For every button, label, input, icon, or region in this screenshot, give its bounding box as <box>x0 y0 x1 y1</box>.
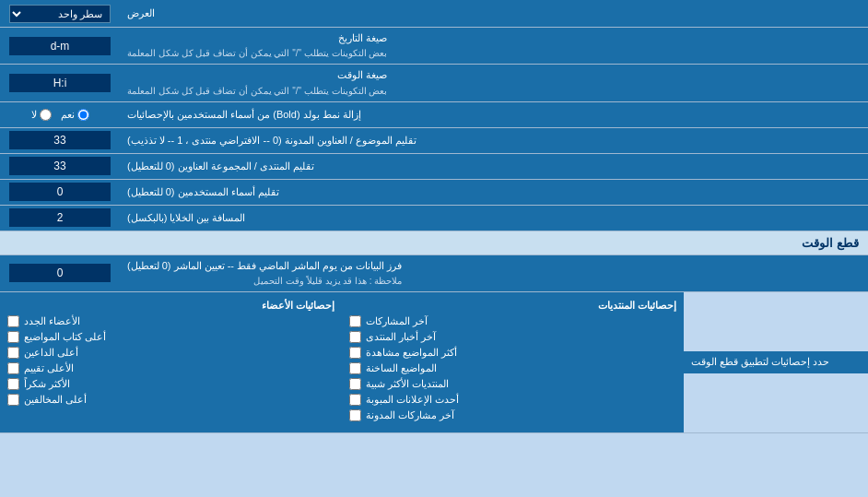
checkbox-item-most-viewed: أكثر المواضيع مشاهدة <box>349 347 676 359</box>
checkbox-item-top-inviters: أعلى الداعين <box>7 347 334 359</box>
checkbox-item-hot-topics: المواضيع الساخنة <box>349 362 676 374</box>
usernames-limit-input[interactable] <box>9 183 111 201</box>
forum-limit-input[interactable] <box>9 157 111 175</box>
realtime-title: فرز البيانات من يوم الماشر الماضي فقط --… <box>127 260 402 271</box>
subject-limit-input[interactable] <box>9 131 111 149</box>
realtime-row: فرز البيانات من يوم الماشر الماضي فقط --… <box>0 255 868 292</box>
checkbox-item-classifieds: أحدث الإعلانات المبوبة <box>349 394 676 406</box>
subject-limit-row: تقليم الموضوع / العناوين المدونة (0 -- ا… <box>0 128 868 154</box>
realtime-section-header: قطع الوقت <box>0 231 868 255</box>
subject-limit-input-wrapper <box>0 128 120 153</box>
realtime-input-wrapper <box>0 255 120 291</box>
time-format-input-wrapper <box>0 65 120 101</box>
display-select[interactable]: سطر واحد سطران ثلاثة أسطر <box>9 5 111 23</box>
realtime-input[interactable] <box>9 264 111 282</box>
checkbox-label-hot-topics: المواضيع الساخنة <box>366 362 437 374</box>
checkbox-item-similar-forums: المنتديات الأكثر شبية <box>349 378 676 390</box>
checkbox-label-top-rated: الأعلى تقييم <box>24 362 74 374</box>
bold-remove-title: إزالة نمط بولد (Bold) من أسماء المستخدمي… <box>127 108 361 122</box>
stats-checkboxes-row: إحصائيات المنتديات آخر المشاركات آخر أخب… <box>0 296 684 429</box>
checkbox-item-new-members: الأعضاء الجدد <box>7 315 334 327</box>
stats-section: حدد إحصائيات لتطبيق قطع الوقت إحصائيات ا… <box>0 292 868 433</box>
time-format-input[interactable] <box>9 74 111 92</box>
date-format-sublabel: بعض التكوينات يتطلب "/" التي يمكن أن تضا… <box>127 47 387 60</box>
time-format-sublabel: بعض التكوينات يتطلب "/" التي يمكن أن تضا… <box>127 85 387 98</box>
checkbox-classifieds[interactable] <box>349 394 361 406</box>
checkbox-item-top-rated: الأعلى تقييم <box>7 362 334 374</box>
time-format-title: صيغة الوقت <box>337 69 387 80</box>
bold-remove-yes-radio[interactable] <box>77 109 89 121</box>
checkbox-latest-posts[interactable] <box>349 315 361 327</box>
checkbox-blog-posts[interactable] <box>349 409 361 421</box>
date-format-row: صيغة التاريخ بعض التكوينات يتطلب "/" الت… <box>0 28 868 65</box>
bold-remove-label: إزالة نمط بولد (Bold) من أسماء المستخدمي… <box>120 102 868 127</box>
stats-section-label: حدد إحصائيات لتطبيق قطع الوقت <box>684 351 868 373</box>
date-format-input[interactable] <box>9 37 111 55</box>
usernames-limit-title: تقليم أسماء المستخدمين (0 للتعطيل) <box>127 185 279 199</box>
checkbox-item-latest-posts: آخر المشاركات <box>349 315 676 327</box>
usernames-limit-input-wrapper <box>0 180 120 205</box>
forum-limit-label: تقليم المنتدى / المجموعة العناوين (0 للت… <box>120 154 868 179</box>
checkbox-most-thanked[interactable] <box>7 378 19 390</box>
checkbox-most-viewed[interactable] <box>349 347 361 359</box>
stats-forums-col: إحصائيات المنتديات آخر المشاركات آخر أخب… <box>342 296 684 429</box>
cell-spacing-input[interactable] <box>9 208 111 227</box>
checkbox-label-blog-posts: آخر مشاركات المدونة <box>366 409 454 421</box>
cell-spacing-row: المسافة بين الخلايا (بالبكسل) <box>0 206 868 231</box>
usernames-limit-row: تقليم أسماء المستخدمين (0 للتعطيل) <box>0 180 868 206</box>
bold-remove-radio-wrapper: نعم لا <box>0 102 120 127</box>
checkbox-label-latest-posts: آخر المشاركات <box>366 315 428 327</box>
bold-remove-yes-label[interactable]: نعم <box>61 109 89 121</box>
checkbox-top-rated[interactable] <box>7 362 19 374</box>
checkbox-label-forum-news: آخر أخبار المنتدى <box>366 331 436 343</box>
subject-limit-title: تقليم الموضوع / العناوين المدونة (0 -- ا… <box>127 134 416 148</box>
checkbox-top-writers[interactable] <box>7 331 19 343</box>
stats-members-col: إحصائيات الأعضاء الأعضاء الجدد أعلى كتاب… <box>0 296 342 429</box>
bold-remove-no-radio[interactable] <box>40 109 52 121</box>
date-format-input-wrapper <box>0 28 120 64</box>
stats-forums-header: إحصائيات المنتديات <box>349 300 676 312</box>
time-format-label: صيغة الوقت بعض التكوينات يتطلب "/" التي … <box>120 65 868 101</box>
display-label: العرض <box>120 0 868 27</box>
checkbox-similar-forums[interactable] <box>349 378 361 390</box>
display-select-wrapper: سطر واحد سطران ثلاثة أسطر <box>0 0 120 27</box>
date-format-label: صيغة التاريخ بعض التكوينات يتطلب "/" الت… <box>120 28 868 64</box>
forum-limit-row: تقليم المنتدى / المجموعة العناوين (0 للت… <box>0 154 868 180</box>
forum-limit-input-wrapper <box>0 154 120 179</box>
checkbox-new-members[interactable] <box>7 315 19 327</box>
checkbox-label-top-writers: أعلى كتاب المواضيع <box>24 331 106 343</box>
checkbox-item-top-writers: أعلى كتاب المواضيع <box>7 331 334 343</box>
bold-remove-row: إزالة نمط بولد (Bold) من أسماء المستخدمي… <box>0 102 868 128</box>
cell-spacing-title: المسافة بين الخلايا (بالبكسل) <box>127 211 246 225</box>
checkbox-label-top-inviters: أعلى الداعين <box>24 347 78 359</box>
checkbox-item-most-thanked: الأكثر شكراً <box>7 378 334 390</box>
cell-spacing-label: المسافة بين الخلايا (بالبكسل) <box>120 206 868 231</box>
date-format-title: صيغة التاريخ <box>338 32 387 43</box>
stats-members-header: إحصائيات الأعضاء <box>7 300 334 312</box>
checkbox-item-top-violators: أعلى المخالفين <box>7 394 334 406</box>
checkbox-hot-topics[interactable] <box>349 362 361 374</box>
checkbox-item-forum-news: آخر أخبار المنتدى <box>349 331 676 343</box>
bold-remove-no-label[interactable]: لا <box>31 109 52 121</box>
forum-limit-title: تقليم المنتدى / المجموعة العناوين (0 للت… <box>127 160 314 173</box>
display-label-text: العرض <box>127 6 155 20</box>
checkbox-label-classifieds: أحدث الإعلانات المبوبة <box>366 394 459 406</box>
checkbox-top-inviters[interactable] <box>7 347 19 359</box>
realtime-label: فرز البيانات من يوم الماشر الماضي فقط --… <box>120 255 868 291</box>
checkbox-label-similar-forums: المنتديات الأكثر شبية <box>366 378 449 390</box>
checkbox-label-most-viewed: أكثر المواضيع مشاهدة <box>366 347 457 359</box>
checkbox-label-new-members: الأعضاء الجدد <box>24 315 80 327</box>
time-format-row: صيغة الوقت بعض التكوينات يتطلب "/" التي … <box>0 65 868 101</box>
checkbox-label-top-violators: أعلى المخالفين <box>24 394 87 406</box>
cell-spacing-input-wrapper <box>0 206 120 231</box>
checkbox-forum-news[interactable] <box>349 331 361 343</box>
checkbox-label-most-thanked: الأكثر شكراً <box>24 378 70 390</box>
stats-checkboxes-container: إحصائيات المنتديات آخر المشاركات آخر أخب… <box>0 292 684 432</box>
checkbox-item-blog-posts: آخر مشاركات المدونة <box>349 409 676 421</box>
usernames-limit-label: تقليم أسماء المستخدمين (0 للتعطيل) <box>120 180 868 205</box>
realtime-sublabel: ملاحظة : هذا قد يزيد قليلاً وقت التحميل <box>127 275 402 288</box>
checkbox-top-violators[interactable] <box>7 394 19 406</box>
subject-limit-label: تقليم الموضوع / العناوين المدونة (0 -- ا… <box>120 128 868 153</box>
